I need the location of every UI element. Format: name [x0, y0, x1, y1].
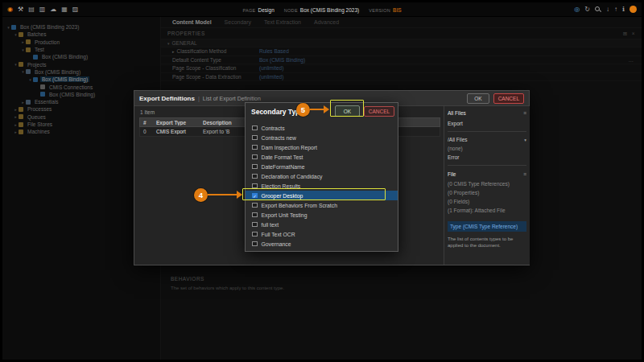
option-label: Declaration of Candidacy: [262, 174, 323, 179]
search-icon[interactable]: [595, 6, 601, 13]
app-window: ◉⚒▤▥☁▦▨ PAGE Design NODE Box (CMIS Bindi…: [0, 0, 644, 362]
breadcrumb-value: Box (CMIS Binding 2023): [300, 7, 359, 13]
export-definition-detail-panel: All Files ≡ Export /All Files▾(none)Erro…: [444, 106, 530, 265]
upload-icon[interactable]: ↑: [614, 6, 617, 14]
grooper-logo-icon[interactable]: ◉: [7, 6, 13, 14]
import-icon[interactable]: ▥: [39, 6, 46, 14]
checkbox[interactable]: ✓: [252, 193, 258, 199]
secondary-type-option[interactable]: Contracts: [246, 123, 398, 133]
popup-cancel-button[interactable]: CANCEL: [364, 106, 394, 117]
option-label: Contracts new: [262, 135, 296, 141]
checkbox[interactable]: [252, 212, 258, 218]
option-label: full text: [262, 222, 279, 228]
type-reference-row[interactable]: Type (CMIS Type Reference): [448, 221, 526, 232]
scope-label: (none): [448, 146, 463, 151]
checkbox[interactable]: [252, 183, 258, 189]
popup-ok-button[interactable]: OK: [335, 105, 360, 117]
checkbox[interactable]: [252, 222, 258, 228]
file-header-row: File ≡: [448, 169, 526, 179]
annotation-arrow-4: [208, 194, 237, 196]
detail-subheader-label: Export: [448, 121, 463, 126]
secondary-type-option[interactable]: ✓Grooper Desktop: [246, 191, 398, 200]
title-separator: |: [198, 95, 200, 102]
option-label: Export Unit Testing: [262, 212, 308, 218]
dialog-cancel-button[interactable]: CANCEL: [493, 93, 524, 104]
secondary-type-option[interactable]: Governance: [246, 239, 398, 249]
scope-row[interactable]: Error: [448, 153, 526, 162]
secondary-type-option[interactable]: Export Unit Testing: [246, 210, 398, 220]
line-chart-icon[interactable]: ▨: [72, 6, 79, 14]
annotation-step-5: 5: [296, 103, 310, 117]
secondary-type-option[interactable]: DateFormatName: [246, 162, 398, 171]
bar-chart-icon[interactable]: ▦: [61, 6, 68, 14]
connect-icon[interactable]: ◎: [574, 6, 580, 14]
option-label: Grooper Desktop: [262, 193, 303, 199]
breadcrumb-page: PAGE Design: [242, 7, 274, 13]
checkbox[interactable]: [252, 135, 258, 141]
dialog-ok-button[interactable]: OK: [467, 93, 489, 104]
column-header[interactable]: #: [140, 120, 153, 125]
secondary-type-option[interactable]: Full Text OCR: [246, 229, 398, 239]
checkbox[interactable]: [252, 251, 258, 252]
file-detail-row[interactable]: (1 Format): Attached File: [448, 206, 526, 215]
save-icon[interactable]: ▤: [28, 6, 35, 14]
checkbox[interactable]: [252, 203, 258, 208]
file-detail-list: (0 CMIS Type References)(0 Properties)(0…: [448, 179, 526, 215]
secondary-type-popup: Secondary Type OK CANCEL ContractsContra…: [245, 102, 398, 252]
detail-subheader-row: Export: [448, 118, 526, 128]
checkbox[interactable]: [252, 241, 258, 247]
file-detail-row[interactable]: (0 Fields): [448, 197, 526, 206]
breadcrumb: PAGE Design NODE Box (CMIS Binding 2023)…: [242, 2, 401, 17]
secondary-type-option[interactable]: Election Results: [246, 181, 398, 191]
file-detail-row[interactable]: (0 CMIS Type References): [448, 179, 526, 188]
option-label: Grooper Desktop 2: [262, 251, 308, 253]
items-count-label: 1 Item: [140, 109, 155, 115]
info-icon[interactable]: ℹ: [622, 6, 625, 14]
secondary-type-option[interactable]: Declaration of Candidacy: [246, 171, 398, 181]
detail-header-row: All Files ≡: [448, 108, 526, 118]
option-label: Dam Inspection Report: [262, 145, 318, 150]
breadcrumb-version: VERSION BIS: [369, 7, 401, 13]
scope-label: /All Files: [448, 137, 468, 142]
option-label: DateFormatName: [262, 164, 305, 170]
breadcrumb-label: PAGE: [242, 8, 255, 13]
checkbox[interactable]: [252, 145, 258, 150]
toolbar-right-icons: ◎↻↓↑ℹ: [574, 6, 637, 14]
secondary-type-option[interactable]: Contracts new: [246, 133, 398, 142]
breadcrumb-value: BIS: [393, 7, 401, 13]
scope-row[interactable]: /All Files▾: [448, 135, 526, 144]
secondary-type-option[interactable]: Date Format Test: [246, 152, 398, 162]
secondary-type-option[interactable]: Export Behaviors From Scratch: [246, 200, 398, 210]
scope-row[interactable]: (none): [448, 144, 526, 153]
breadcrumb-label: VERSION: [369, 8, 390, 13]
dialog-subtitle: List of Export Definition: [203, 96, 261, 101]
chevron-down-icon: ▾: [524, 138, 526, 142]
checkbox[interactable]: [252, 125, 258, 131]
divider: [448, 165, 526, 166]
download-icon[interactable]: ↓: [606, 6, 609, 14]
secondary-type-option[interactable]: Grooper Desktop 2: [246, 249, 398, 252]
option-label: Full Text OCR: [262, 232, 295, 237]
table-cell: 0: [140, 129, 153, 134]
top-toolbar: ◉⚒▤▥☁▦▨ PAGE Design NODE Box (CMIS Bindi…: [2, 2, 642, 17]
breadcrumb-label: NODE: [284, 8, 298, 13]
checkbox[interactable]: [252, 174, 258, 179]
table-cell: CMIS Export: [153, 129, 200, 134]
user-avatar[interactable]: [630, 6, 637, 13]
checkbox[interactable]: [252, 164, 258, 170]
refresh-icon[interactable]: ↻: [584, 6, 590, 14]
menu-icon[interactable]: ≡: [523, 171, 526, 177]
secondary-type-option[interactable]: full text: [246, 220, 398, 229]
scope-label: Error: [448, 154, 459, 160]
dialog-title: Export Definitions: [139, 95, 195, 102]
option-label: Governance: [262, 241, 291, 247]
secondary-type-option[interactable]: Dam Inspection Report: [246, 142, 398, 152]
file-detail-row[interactable]: (0 Properties): [448, 188, 526, 197]
checkbox[interactable]: [252, 154, 258, 160]
column-header[interactable]: Export Type: [153, 120, 200, 125]
checkbox[interactable]: [252, 232, 258, 237]
tools-icon[interactable]: ⚒: [18, 6, 23, 14]
detail-description: The list of contents types to be applied…: [448, 236, 526, 249]
cloud-icon[interactable]: ☁: [50, 6, 56, 14]
menu-icon[interactable]: ≡: [523, 110, 526, 116]
